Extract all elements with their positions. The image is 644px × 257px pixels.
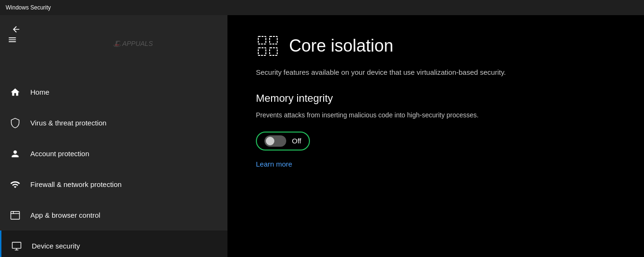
svg-rect-7 — [270, 36, 277, 44]
sidebar-item-virus[interactable]: Virus & threat protection — [0, 107, 227, 138]
svg-rect-0 — [11, 211, 19, 219]
home-icon — [9, 87, 21, 98]
sidebar-item-home[interactable]: Home — [0, 77, 227, 107]
shield-icon — [9, 117, 21, 129]
sidebar-item-account-label: Account protection — [30, 150, 89, 158]
section-title: Memory integrity — [256, 92, 616, 105]
sidebar-item-firewall[interactable]: Firewall & network protection — [0, 169, 227, 200]
person-icon — [9, 148, 21, 160]
app-container: 🎩 APPUALS Home — [0, 15, 644, 257]
sidebar-header: 🎩 APPUALS — [0, 15, 227, 44]
memory-integrity-toggle-wrapper[interactable]: Off — [256, 132, 310, 151]
sidebar-item-app-browser[interactable]: App & browser control — [0, 200, 227, 230]
sidebar-item-device-security[interactable]: Device security — [0, 230, 227, 257]
page-description: Security features available on your devi… — [256, 67, 588, 78]
sidebar-item-app-browser-label: App & browser control — [30, 211, 100, 219]
svg-rect-6 — [258, 36, 266, 44]
wifi-icon — [9, 179, 21, 190]
svg-rect-9 — [270, 48, 277, 55]
nav-items: Home Virus & threat protection Acc — [0, 77, 227, 257]
main-content: Core isolation Security features availab… — [227, 15, 644, 257]
browser-icon — [9, 210, 21, 221]
svg-rect-3 — [12, 242, 21, 248]
toggle-off-label: Off — [292, 137, 301, 145]
title-bar: Windows Security — [0, 0, 644, 15]
sidebar-item-virus-label: Virus & threat protection — [30, 119, 107, 127]
learn-more-link[interactable]: Learn more — [256, 160, 292, 168]
hamburger-button[interactable] — [8, 35, 17, 46]
svg-rect-8 — [258, 48, 266, 55]
back-button[interactable] — [8, 23, 25, 36]
toggle-container: Off — [256, 132, 616, 151]
memory-integrity-toggle[interactable] — [264, 135, 286, 147]
sidebar: 🎩 APPUALS Home — [0, 15, 227, 257]
watermark-area: 🎩 APPUALS — [38, 25, 227, 62]
sidebar-item-account[interactable]: Account protection — [0, 138, 227, 169]
page-header: Core isolation — [256, 34, 616, 58]
section-description: Prevents attacks from inserting maliciou… — [256, 110, 564, 120]
sidebar-item-device-security-label: Device security — [32, 242, 80, 250]
sidebar-item-home-label: Home — [30, 88, 49, 96]
sidebar-item-firewall-label: Firewall & network protection — [30, 180, 122, 188]
toggle-knob — [266, 137, 274, 145]
core-isolation-icon — [256, 34, 280, 58]
monitor-icon — [11, 240, 22, 252]
page-title: Core isolation — [289, 36, 393, 56]
title-bar-text: Windows Security — [6, 4, 51, 11]
